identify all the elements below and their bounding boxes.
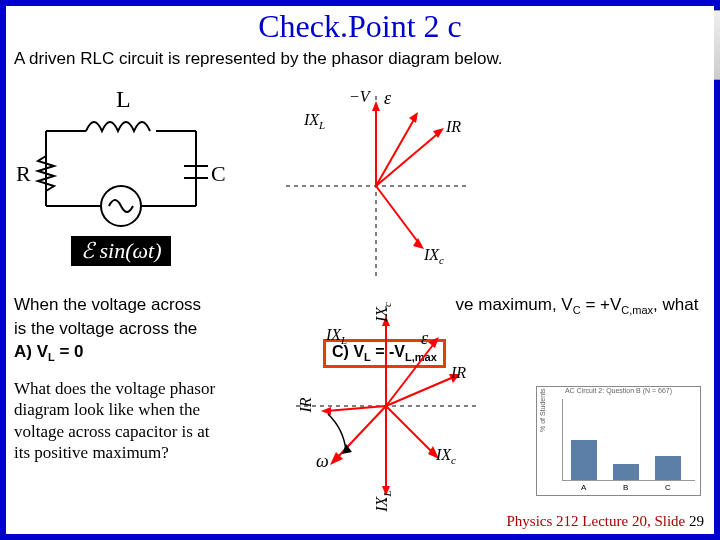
label-IXL-2: IXL (326, 326, 347, 346)
label-negV: −V (349, 88, 370, 106)
chart-xtick: A (581, 483, 586, 492)
phasor1-svg (266, 86, 486, 286)
label-C: C (211, 161, 226, 187)
slide-frame: Check.Point 2 c A driven RLC circuit is … (0, 0, 720, 540)
phasor2-svg (286, 296, 486, 516)
label-IXc-1: IXc (424, 246, 444, 266)
svg-marker-16 (372, 101, 380, 111)
svg-line-35 (326, 406, 386, 411)
label-source: ℰ sin(ωt) (71, 236, 171, 266)
label-eps-2: ε (421, 328, 428, 349)
svg-marker-36 (321, 407, 331, 415)
svg-marker-22 (413, 238, 424, 249)
label-IR-1: IR (446, 118, 461, 136)
phasor-diagram-2: IXL IXc ε IR IR IXc ω IXL (286, 296, 486, 516)
chart-bar (571, 440, 597, 480)
svg-line-21 (376, 186, 421, 246)
chart-xtick: C (665, 483, 671, 492)
label-IXc-top: IXc (373, 302, 393, 322)
svg-marker-30 (428, 337, 439, 348)
label-IXL-bot: IXL (373, 490, 393, 511)
intro-text: A driven RLC circuit is represented by t… (6, 45, 714, 69)
label-omega: ω (316, 451, 329, 472)
slide-title: Check.Point 2 c (6, 6, 714, 45)
sub-prompt: What does the voltage phasor diagram loo… (14, 378, 229, 463)
chart-bar (655, 456, 681, 480)
chart-ylabel: % of Students (539, 388, 546, 432)
label-IR-left: IR (297, 397, 315, 412)
chart-title: AC Circuit 2: Question B (N = 667) (537, 387, 700, 394)
chart-xtick: B (623, 483, 628, 492)
label-IXc-2: IXc (436, 446, 456, 466)
upper-row: L R C ℰ sin(ωt) (16, 86, 486, 286)
phasor-diagram-1: −V ε IR IXL IXc (266, 86, 486, 286)
rlc-circuit: L R C ℰ sin(ωt) (16, 86, 226, 276)
response-chart: AC Circuit 2: Question B (N = 667) % of … (536, 386, 701, 496)
label-IXL-1: IXL (304, 111, 325, 131)
svg-line-17 (376, 131, 441, 186)
chart-bars: ABC (562, 399, 695, 481)
svg-line-33 (386, 406, 436, 456)
svg-line-19 (376, 116, 416, 186)
label-eps-1: ε (384, 88, 391, 109)
svg-marker-39 (342, 444, 352, 454)
label-R: R (16, 161, 31, 187)
label-IR-2: IR (451, 364, 466, 382)
label-L: L (116, 86, 131, 113)
chart-bar (613, 464, 639, 480)
slide-footer: Physics 212 Lecture 20, Slide 29 (507, 513, 704, 530)
slide-content: Check.Point 2 c A driven RLC circuit is … (6, 6, 714, 534)
